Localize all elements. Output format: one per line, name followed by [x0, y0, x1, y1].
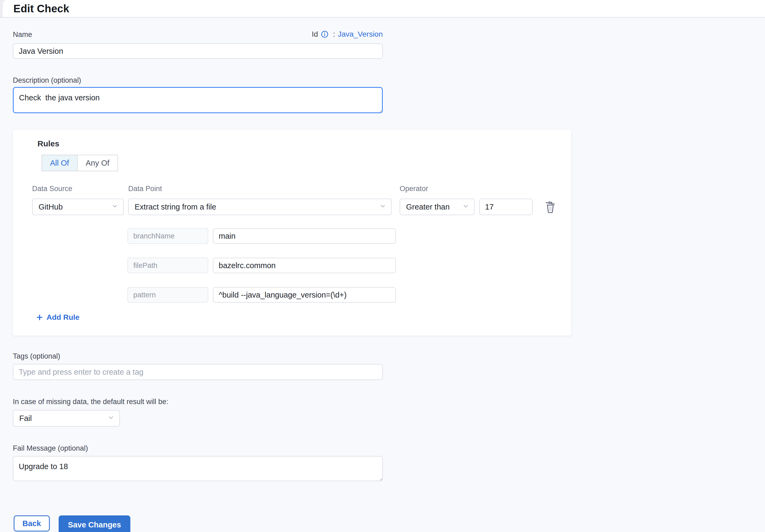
data-source-value: GitHub [39, 203, 63, 212]
description-label: Description (optional) [13, 76, 81, 85]
page-header: Edit Check [0, 0, 765, 18]
chevron-down-icon [462, 203, 469, 212]
param-key: pattern [127, 287, 208, 303]
operator-value-input[interactable] [479, 199, 533, 215]
chevron-down-icon [379, 203, 386, 212]
operator-select[interactable]: Greater than [399, 199, 474, 215]
param-value-input[interactable] [213, 228, 396, 244]
data-source-select[interactable]: GitHub [32, 199, 124, 215]
data-point-label: Data Point [128, 185, 162, 193]
tags-input[interactable] [13, 364, 383, 380]
param-key: filePath [127, 258, 208, 273]
description-textarea[interactable] [13, 87, 383, 113]
page-header-surface: Edit Check [3, 0, 765, 17]
tags-label: Tags (optional) [13, 352, 60, 360]
default-result-select[interactable]: Fail [13, 410, 120, 426]
data-point-select[interactable]: Extract string from a file [128, 199, 391, 215]
fail-message-label: Fail Message (optional) [13, 444, 88, 452]
edit-check-page: Edit Check Name Id : Java_Version Descri… [0, 0, 765, 532]
data-source-label: Data Source [32, 185, 72, 193]
rule-match-toggle: All Of Any Of [42, 155, 118, 171]
name-input[interactable] [13, 43, 383, 59]
operator-value: Greater than [406, 203, 450, 212]
operator-label: Operator [399, 185, 428, 193]
plus-icon [36, 313, 43, 321]
id-row: Id : Java_Version [13, 30, 383, 39]
rules-card: Rules All Of Any Of Data Source Data Poi… [13, 130, 571, 335]
rules-heading: Rules [37, 139, 59, 148]
page-title: Edit Check [13, 3, 69, 15]
missing-data-label: In case of missing data, the default res… [13, 398, 168, 406]
add-rule-button[interactable]: Add Rule [36, 313, 80, 322]
fail-message-textarea[interactable] [13, 456, 383, 481]
toggle-all-of[interactable]: All Of [42, 155, 78, 171]
save-changes-button[interactable]: Save Changes [59, 515, 130, 532]
id-value-link[interactable]: Java_Version [338, 30, 383, 39]
param-value-input[interactable] [213, 258, 396, 273]
param-value-input[interactable] [213, 287, 396, 303]
data-point-value: Extract string from a file [135, 203, 216, 212]
chevron-down-icon [111, 203, 118, 212]
default-result-value: Fail [19, 414, 32, 423]
trash-icon [544, 211, 556, 215]
add-rule-label: Add Rule [47, 313, 80, 322]
info-icon[interactable] [321, 30, 329, 38]
delete-rule-button[interactable] [544, 200, 557, 215]
back-button[interactable]: Back [14, 515, 50, 531]
toggle-any-of[interactable]: Any Of [78, 155, 118, 171]
id-label: Id [312, 30, 318, 39]
id-separator: : [333, 30, 335, 39]
chevron-down-icon [108, 414, 115, 423]
param-key: branchName [127, 228, 208, 244]
